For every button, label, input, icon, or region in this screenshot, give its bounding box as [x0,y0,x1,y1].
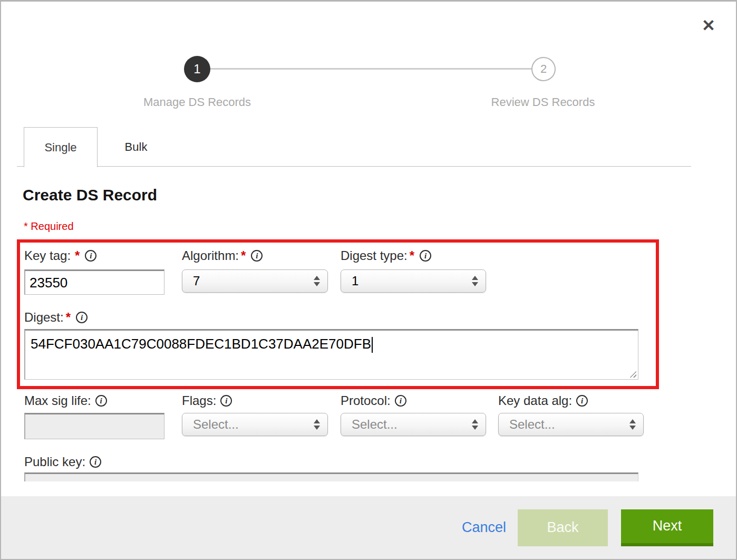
step-1-label: Manage DS Records [108,95,287,109]
key-tag-input[interactable] [24,269,164,295]
protocol-select[interactable]: Select... [341,413,486,436]
key-data-alg-select[interactable]: Select... [498,413,644,436]
required-asterisk: * [241,248,246,263]
stepper-connector [197,68,544,70]
required-asterisk: * [75,248,80,263]
flags-select[interactable]: Select... [182,413,328,436]
chevron-updown-icon [314,419,320,430]
flags-label: Flags: i [182,393,232,409]
key-data-alg-select-value: Select... [499,417,555,432]
create-ds-record-modal: ✕ 1 2 Manage DS Records Review DS Record… [0,0,737,560]
algorithm-label: Algorithm: * i [182,248,263,264]
info-icon[interactable]: i [90,456,101,468]
public-key-textarea[interactable] [24,472,638,481]
tab-single[interactable]: Single [24,127,98,167]
chevron-updown-icon [472,276,478,286]
digest-label: Digest: * i [24,310,88,325]
chevron-updown-icon [629,419,636,430]
text-caret [372,337,373,353]
close-icon[interactable]: ✕ [698,15,719,36]
step-1-circle: 1 [184,56,210,82]
info-icon[interactable]: i [76,312,88,323]
page-title: Create DS Record [23,186,157,204]
step-2-label: Review DS Records [453,95,633,109]
algorithm-select-value: 7 [182,274,200,288]
back-button[interactable]: Back [518,509,608,546]
required-asterisk: * [410,248,414,263]
info-icon[interactable]: i [576,395,588,407]
step-2-circle: 2 [531,57,556,81]
flags-label-text: Flags: [182,393,216,408]
max-sig-life-label-text: Max sig life: [24,393,91,408]
info-icon[interactable]: i [95,395,107,407]
max-sig-life-label: Max sig life: i [24,393,107,409]
chevron-updown-icon [472,419,478,430]
digest-type-select[interactable]: 1 [341,269,486,293]
protocol-label-text: Protocol: [341,393,391,408]
info-icon[interactable]: i [420,250,431,262]
digest-label-text: Digest: [24,310,64,325]
key-data-alg-label-text: Key data alg: [498,393,572,408]
tab-bulk[interactable]: Bulk [98,127,174,167]
resize-handle-icon[interactable] [628,370,636,378]
digest-textarea[interactable]: 54FCF030AA1C79C0088FDEC1BD1C37DAA2E70DFB [24,329,638,380]
key-tag-label-text: Key tag: [24,248,71,263]
info-icon[interactable]: i [395,395,406,407]
info-icon[interactable]: i [251,250,263,262]
modal-footer: Cancel Back Next [1,496,736,559]
key-data-alg-label: Key data alg: i [498,393,588,409]
required-note: * Required [24,220,74,233]
algorithm-label-text: Algorithm: [182,248,239,263]
key-tag-label: Key tag: * i [24,248,96,264]
public-key-label-text: Public key: [24,455,85,469]
info-icon[interactable]: i [220,395,232,407]
required-asterisk: * [66,310,71,325]
digest-type-select-value: 1 [341,274,358,288]
cancel-button[interactable]: Cancel [462,519,506,536]
digest-value: 54FCF030AA1C79C0088FDEC1BD1C37DAA2E70DFB [31,336,371,352]
public-key-label: Public key: i [24,454,101,470]
digest-type-label-text: Digest type: [341,248,408,263]
flags-select-value: Select... [182,417,239,432]
chevron-updown-icon [314,276,320,286]
next-button[interactable]: Next [621,509,713,546]
protocol-select-value: Select... [341,417,397,432]
digest-type-label: Digest type: * i [341,248,431,264]
protocol-label: Protocol: i [341,393,406,409]
algorithm-select[interactable]: 7 [182,269,328,293]
info-icon[interactable]: i [85,250,96,262]
max-sig-life-input[interactable] [24,413,164,439]
